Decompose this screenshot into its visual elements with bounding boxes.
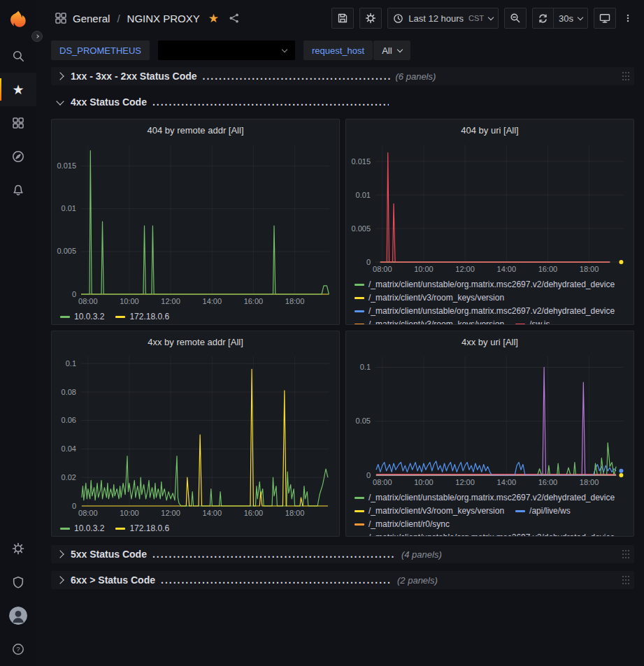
legend-item[interactable]: /_matrix/client/unstable/org.matrix.msc2…: [355, 278, 615, 291]
svg-text:12:00: 12:00: [455, 478, 475, 486]
sidebar-expand-button[interactable]: [31, 31, 43, 42]
time-series-chart[interactable]: 08:0010:0012:0014:0016:0018:0000.050.1: [346, 352, 634, 490]
panel-title[interactable]: 404 by uri [All]: [346, 120, 634, 140]
row-4xx[interactable]: 4xx Status Code ........................…: [51, 93, 634, 111]
legend-label: /_matrix/client/v3/room_keys/version: [368, 291, 504, 305]
time-series-chart[interactable]: 08:0010:0012:0014:0016:0018:0000.0050.01…: [52, 140, 339, 309]
dashboard-settings-button[interactable]: [359, 8, 382, 29]
sidebar-item-server-admin[interactable]: [0, 565, 36, 599]
gear-icon: [365, 13, 376, 24]
svg-text:14:00: 14:00: [497, 265, 517, 273]
sidebar-item-dashboards[interactable]: [0, 106, 36, 140]
row-1xx-3xx-2xx[interactable]: 1xx - 3xx - 2xx Status Code ............…: [51, 67, 634, 85]
svg-text:08:00: 08:00: [78, 297, 98, 305]
help-icon: ?: [12, 643, 24, 656]
tv-mode-button[interactable]: [594, 8, 616, 29]
legend-item[interactable]: /_matrix/client/unstable/org.matrix.msc2…: [355, 305, 615, 318]
search-icon: [12, 50, 24, 62]
legend-item[interactable]: 10.0.3.2: [60, 310, 104, 324]
sidebar-item-configuration[interactable]: [0, 532, 36, 565]
kebab-menu-button[interactable]: [622, 11, 634, 25]
dashboards-icon: [12, 117, 24, 129]
sidebar-item-search[interactable]: [0, 39, 36, 73]
panel-legend: /_matrix/client/unstable/org.matrix.msc2…: [346, 277, 634, 325]
series-color-swatch: [355, 523, 364, 526]
shield-icon: [12, 576, 24, 588]
svg-text:14:00: 14:00: [203, 297, 222, 305]
chevron-down-icon: [578, 15, 583, 20]
legend-label: /_matrix/client/v3/room_keys/version: [368, 505, 504, 518]
svg-text:0: 0: [72, 290, 76, 298]
legend-item[interactable]: /_matrix/client/r0/sync: [355, 518, 450, 531]
svg-text:0.1: 0.1: [360, 363, 371, 371]
save-dashboard-button[interactable]: [331, 8, 354, 29]
sidebar-item-profile[interactable]: [0, 599, 36, 632]
row-dots: ........................................…: [152, 549, 396, 560]
row-drag-handle[interactable]: [622, 575, 630, 585]
legend-label: /sw.js: [529, 318, 550, 325]
refresh-interval-dropdown[interactable]: 30s: [553, 8, 588, 29]
favorite-star-icon[interactable]: ★: [208, 11, 219, 26]
breadcrumb-folder[interactable]: General: [73, 13, 110, 24]
svg-text:14:00: 14:00: [497, 478, 517, 486]
grafana-logo[interactable]: [0, 0, 36, 39]
legend-item[interactable]: 172.18.0.6: [115, 522, 169, 535]
legend-item[interactable]: /_matrix/client/unstable/org.matrix.msc2…: [355, 491, 615, 505]
chevron-right-icon: [55, 551, 65, 557]
variable-ds-prometheus[interactable]: DS_PROMETHEUS: [51, 41, 150, 60]
zoom-out-button[interactable]: [504, 8, 527, 29]
legend-item[interactable]: /_matrix/client/unstable/org.matrix.msc2…: [355, 531, 615, 537]
sidebar-item-explore[interactable]: [0, 140, 36, 173]
panel-404-by-uri: 404 by uri [All] 08:0010:0012:0014:0016:…: [345, 119, 634, 325]
chevron-down-icon: [488, 15, 494, 20]
time-series-chart[interactable]: 08:0010:0012:0014:0016:0018:0000.020.040…: [52, 352, 339, 521]
request-host-value-dropdown[interactable]: All: [373, 41, 410, 60]
row-6xx[interactable]: 6xx > Status Code ......................…: [51, 571, 634, 589]
svg-text:10:00: 10:00: [414, 478, 434, 486]
svg-text:10:00: 10:00: [414, 265, 434, 273]
sidebar-item-alerting[interactable]: [0, 173, 36, 207]
zoom-out-icon: [510, 13, 521, 24]
legend-item[interactable]: 10.0.3.2: [60, 522, 104, 535]
main-area: General / NGINX PROXY ★: [36, 0, 644, 666]
sidebar-spacer: [0, 207, 36, 532]
panel-title[interactable]: 4xx by uri [All]: [346, 331, 634, 352]
dashboard-content: 1xx - 3xx - 2xx Status Code ............…: [36, 67, 644, 666]
row-panel-count: (6 panels): [396, 71, 436, 82]
row-drag-handle[interactable]: [622, 71, 630, 81]
svg-text:0.06: 0.06: [62, 416, 76, 424]
variable-request-host-label[interactable]: request_host: [303, 41, 373, 60]
svg-text:12:00: 12:00: [161, 297, 180, 305]
panel-4xx-by-uri: 4xx by uri [All] 08:0010:0012:0014:0016:…: [345, 331, 634, 537]
row-5xx[interactable]: 5xx Status Code ........................…: [51, 545, 634, 563]
legend-item[interactable]: 172.18.0.6: [115, 310, 169, 324]
chevron-right-icon: [55, 577, 65, 583]
legend-item[interactable]: /_matrix/client/v3/room_keys/version: [355, 318, 504, 325]
time-series-chart[interactable]: 08:0010:0012:0014:0016:0018:0000.0050.01…: [346, 140, 634, 277]
chevron-down-icon: [396, 47, 402, 52]
legend-item[interactable]: /_matrix/client/v3/room_keys/version: [355, 505, 504, 518]
legend-item[interactable]: /api/live/ws: [515, 505, 571, 518]
svg-text:16:00: 16:00: [538, 478, 558, 486]
panel-404-by-remote-addr: 404 by remote addr [All] 08:0010:0012:00…: [51, 119, 340, 325]
panel-4xx-by-remote-addr: 4xx by remote addr [All] 08:0010:0012:00…: [51, 331, 340, 537]
panel-title[interactable]: 4xx by remote addr [All]: [52, 331, 339, 352]
svg-text:0.005: 0.005: [351, 224, 371, 233]
row-title: 6xx > Status Code: [71, 574, 155, 586]
chevron-down-icon: [282, 47, 287, 52]
share-icon[interactable]: [229, 13, 240, 24]
series-color-swatch: [60, 316, 70, 318]
legend-item[interactable]: /sw.js: [515, 318, 550, 325]
series-color-swatch: [115, 316, 125, 318]
host-variable-dropdown[interactable]: [158, 41, 295, 60]
legend-item[interactable]: /_matrix/client/v3/room_keys/version: [355, 291, 504, 305]
svg-text:0: 0: [72, 502, 76, 510]
sidebar-item-starred[interactable]: ★: [0, 73, 36, 106]
time-range-picker[interactable]: Last 12 hours CST: [387, 8, 499, 29]
row-drag-handle[interactable]: [622, 549, 630, 559]
breadcrumb-title[interactable]: NGINX PROXY: [127, 13, 200, 24]
panel-title[interactable]: 404 by remote addr [All]: [52, 120, 339, 140]
refresh-button[interactable]: [532, 8, 554, 29]
sidebar-item-help[interactable]: ?: [0, 632, 36, 666]
legend-label: 10.0.3.2: [74, 310, 104, 324]
